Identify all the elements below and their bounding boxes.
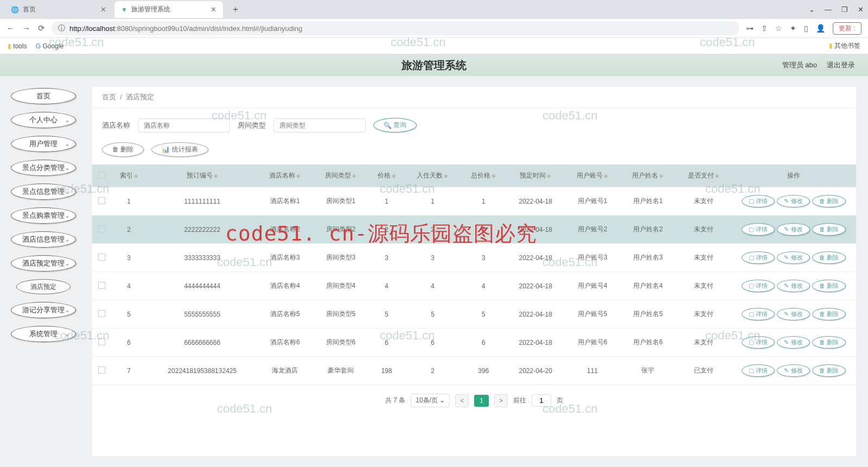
key-icon[interactable]: ⊶ — [746, 24, 754, 33]
row-checkbox[interactable] — [98, 197, 105, 204]
sidebar-item[interactable]: 酒店信息管理 — [11, 231, 76, 248]
col-header[interactable]: 操作 — [731, 165, 856, 187]
col-header[interactable]: 预订编号◆ — [147, 165, 257, 187]
share-icon[interactable]: ⇪ — [761, 24, 768, 33]
close-icon[interactable]: ✕ — [210, 5, 216, 14]
detail-button[interactable]: ▢ 详情 — [742, 364, 775, 377]
col-header[interactable]: 预定时间◆ — [506, 165, 564, 187]
detail-button[interactable]: ▢ 详情 — [742, 251, 775, 264]
sidebar-item[interactable]: 首页 — [11, 88, 76, 104]
detail-button[interactable]: ▢ 详情 — [742, 280, 775, 292]
row-delete-button[interactable]: 🗑 删除 — [812, 308, 846, 320]
row-checkbox[interactable] — [98, 338, 105, 345]
sidebar-item[interactable]: 景点购票管理 — [11, 207, 76, 224]
pager-prev[interactable]: < — [455, 394, 469, 407]
bookmark-bar: ▮ tools G Google ▮ 其他书签 — [0, 38, 868, 54]
app-title: 旅游管理系统 — [401, 58, 467, 73]
pager-size[interactable]: 10条/页 ⌄ — [411, 394, 450, 407]
dropdown-icon[interactable]: ⌄ — [809, 5, 815, 14]
pager-total: 共 7 条 — [385, 396, 405, 405]
col-header[interactable]: 酒店名称◆ — [257, 165, 312, 187]
col-header[interactable]: 总价格◆ — [461, 165, 507, 187]
tab-label: 旅游管理系统 — [131, 5, 170, 14]
row-checkbox[interactable] — [98, 254, 105, 261]
row-delete-button[interactable]: 🗑 删除 — [812, 223, 846, 236]
user-label: 管理员 abo — [782, 60, 817, 70]
forward-icon[interactable]: → — [22, 23, 30, 33]
tab-home[interactable]: 🌐 首页 ✕ — [4, 1, 113, 18]
col-header[interactable] — [92, 165, 111, 187]
row-delete-button[interactable]: 🗑 删除 — [812, 251, 846, 264]
url-input[interactable]: ⓘ http://localhost:8080/springboot99u10/… — [52, 21, 739, 35]
edit-button[interactable]: ✎ 修改 — [777, 364, 809, 377]
detail-button[interactable]: ▢ 详情 — [742, 195, 775, 207]
bookmark-tools[interactable]: ▮ tools — [8, 42, 27, 50]
col-header[interactable]: 用户账号◆ — [565, 165, 620, 187]
checkbox-all[interactable] — [98, 172, 105, 179]
detail-button[interactable]: ▢ 详情 — [742, 308, 775, 320]
tab-add-button[interactable]: ＋ — [225, 4, 246, 15]
sidebar-subitem[interactable]: 酒店预定 — [16, 279, 71, 294]
back-icon[interactable]: ← — [7, 23, 15, 33]
col-header[interactable]: 用户姓名◆ — [620, 165, 675, 187]
pager-jump-input[interactable] — [532, 394, 551, 407]
row-delete-button[interactable]: 🗑 删除 — [812, 336, 846, 349]
star-icon[interactable]: ☆ — [775, 24, 782, 33]
sidebar-item[interactable]: 用户管理 — [11, 136, 76, 152]
sidebar-item[interactable]: 景点分类管理 — [11, 160, 76, 176]
filter-input-room[interactable] — [273, 118, 366, 132]
close-icon[interactable]: ✕ — [858, 5, 864, 14]
restore-icon[interactable]: ❐ — [841, 5, 848, 14]
min-icon[interactable]: — — [825, 5, 832, 14]
tab-active[interactable]: ▼ 旅游管理系统 ✕ — [114, 1, 223, 18]
sidebar-item[interactable]: 系统管理 — [11, 326, 76, 342]
filter-input-hotel[interactable] — [138, 118, 230, 132]
profile-icon[interactable]: 👤 — [816, 24, 825, 33]
table-row: 55555555555酒店名称5房间类型55552022-04-18用户账号5用… — [92, 300, 856, 329]
update-button[interactable]: 更新 : — [833, 22, 861, 35]
pager-current[interactable]: 1 — [474, 395, 489, 407]
bc-current: 酒店预定 — [126, 93, 154, 101]
row-delete-button[interactable]: 🗑 删除 — [812, 195, 846, 207]
row-delete-button[interactable]: 🗑 删除 — [812, 364, 846, 377]
col-header[interactable]: 索引◆ — [111, 165, 147, 187]
table-row: 11111111111酒店名称1房间类型11112022-04-18用户账号1用… — [92, 187, 856, 216]
row-checkbox[interactable] — [98, 310, 105, 317]
edit-button[interactable]: ✎ 修改 — [777, 308, 809, 320]
row-delete-button[interactable]: 🗑 删除 — [812, 280, 846, 292]
ext-icon[interactable]: ✦ — [790, 24, 796, 33]
sidebar-item[interactable]: 游记分享管理 — [11, 302, 76, 318]
detail-button[interactable]: ▢ 详情 — [742, 223, 775, 236]
stats-button[interactable]: 📊 统计报表 — [151, 142, 208, 157]
col-header[interactable]: 是否支付◆ — [676, 165, 731, 187]
bookmark-google[interactable]: G Google — [36, 42, 63, 50]
row-checkbox[interactable] — [98, 282, 105, 289]
edit-button[interactable]: ✎ 修改 — [777, 280, 809, 292]
col-header[interactable]: 入住天数◆ — [405, 165, 460, 187]
row-checkbox[interactable] — [98, 367, 105, 374]
delete-button[interactable]: 🗑 删除 — [102, 142, 144, 157]
edit-button[interactable]: ✎ 修改 — [777, 251, 809, 264]
edit-button[interactable]: ✎ 修改 — [777, 195, 809, 207]
col-header[interactable]: 房间类型◆ — [313, 165, 368, 187]
edit-button[interactable]: ✎ 修改 — [777, 223, 809, 236]
col-header[interactable]: 价格◆ — [368, 165, 405, 187]
sidebar-item[interactable]: 酒店预定管理 — [11, 255, 76, 272]
query-button[interactable]: 🔍 查询 — [373, 118, 417, 132]
panel-icon[interactable]: ▯ — [804, 24, 808, 33]
sidebar-item[interactable]: 景点信息管理 — [11, 184, 76, 200]
close-icon[interactable]: ✕ — [100, 5, 106, 14]
logout-link[interactable]: 退出登录 — [827, 60, 855, 70]
edit-button[interactable]: ✎ 修改 — [777, 336, 809, 349]
app-header: 旅游管理系统 管理员 abo 退出登录 — [0, 54, 868, 76]
row-checkbox[interactable] — [98, 225, 105, 232]
reload-icon[interactable]: ⟳ — [38, 23, 45, 33]
bc-home[interactable]: 首页 — [102, 93, 116, 101]
pager-next[interactable]: > — [494, 394, 508, 407]
main-panel: 首页 / 酒店预定 酒店名称 房间类型 🔍 查询 🗑 删除 📊 统计报表 索引◆… — [92, 87, 856, 456]
sidebar-item[interactable]: 个人中心 — [11, 112, 76, 128]
table-row: 44444444444酒店名称4房间类型44442022-04-18用户账号4用… — [92, 272, 856, 300]
detail-button[interactable]: ▢ 详情 — [742, 336, 775, 349]
browser-tabstrip: 🌐 首页 ✕ ▼ 旅游管理系统 ✕ ＋ ⌄ — ❐ ✕ — [0, 0, 868, 19]
bookmark-other[interactable]: ▮ 其他书签 — [829, 41, 860, 51]
